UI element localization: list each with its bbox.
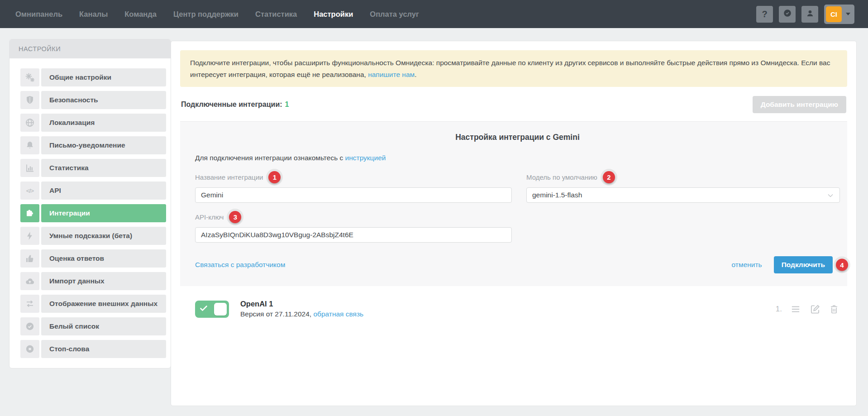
integration-order-number: 1. (776, 305, 782, 314)
step-badge-4: 4 (836, 259, 848, 271)
sidebar-item-label: Интеграции (41, 204, 166, 222)
sidebar-list: Общие настройки Безопасность Локализация… (10, 58, 171, 358)
sidebar-item-api[interactable]: </> API (20, 182, 166, 200)
feedback-link[interactable]: обратная связь (313, 310, 363, 318)
connected-integrations-count: 1 (285, 100, 289, 109)
sidebar-item-label: Отображение внешних данных (41, 295, 166, 313)
integration-name: OpenAI 1 (240, 300, 363, 308)
instruction-text: Для подключения интеграции ознакомьтесь … (195, 154, 345, 162)
sidebar-item-label: Белый список (41, 317, 166, 335)
main-menu: Омнипанель Каналы Команда Центр поддержк… (15, 10, 419, 19)
nav-team[interactable]: Команда (124, 10, 157, 19)
api-key-label: API-ключ (195, 213, 224, 221)
sidebar-item-integrations[interactable]: Интеграции (20, 204, 166, 222)
sidebar-item-label: Общие настройки (41, 68, 166, 86)
sidebar-item-notification-email[interactable]: Письмо-уведомление (20, 136, 166, 154)
puzzle-icon (20, 204, 39, 222)
transfer-arrows-icon (20, 295, 39, 313)
shield-icon (20, 91, 39, 109)
form-grid: Название интеграции 1 API-ключ 3 Модель … (195, 170, 840, 243)
sidebar-item-label: Умные подсказки (бета) (41, 227, 166, 245)
sidebar-item-label: Безопасность (41, 91, 166, 109)
step-badge-3: 3 (229, 211, 241, 223)
sidebar-item-label: Статистика (41, 159, 166, 177)
sidebar-item-security[interactable]: Безопасность (20, 91, 166, 109)
code-icon: </> (20, 182, 39, 200)
nav-statistics[interactable]: Статистика (255, 10, 297, 19)
sidebar-item-label: Оценка ответов (41, 249, 166, 268)
sidebar-item-smart-suggestions[interactable]: Умные подсказки (бета) (20, 227, 166, 245)
menu-icon[interactable] (790, 303, 801, 315)
cancel-link[interactable]: отменить (732, 261, 762, 269)
form-title: Настройка интеграции с Gemini (195, 133, 840, 142)
edit-icon[interactable] (809, 303, 821, 315)
sidebar-item-stopwords[interactable]: Стоп-слова (20, 340, 166, 358)
integrations-page: Подключите интеграции, чтобы расширить ф… (171, 41, 857, 406)
integration-list-row: OpenAI 1 Версия от 27.11.2024, обратная … (180, 300, 847, 318)
instruction-link[interactable]: инструкцией (345, 154, 386, 162)
nav-support-center[interactable]: Центр поддержки (173, 10, 238, 19)
sidebar-item-general-settings[interactable]: Общие настройки (20, 68, 166, 86)
chevron-down-icon (846, 13, 850, 15)
bar-chart-icon (20, 159, 39, 177)
sidebar-item-label: Стоп-слова (41, 340, 166, 358)
help-icon: ? (762, 9, 767, 19)
bell-icon (20, 136, 39, 154)
integration-row-actions: 1. (776, 303, 839, 315)
cloud-upload-icon (20, 272, 39, 290)
sidebar-item-label: Импорт данных (41, 272, 166, 290)
toggle-knob (214, 303, 227, 316)
trash-icon[interactable] (829, 304, 839, 315)
thumb-up-icon (20, 249, 39, 268)
nav-omnipanel[interactable]: Омнипанель (15, 10, 62, 19)
globe-icon (20, 114, 39, 132)
profile-button[interactable] (801, 6, 818, 23)
sidebar-item-answer-rating[interactable]: Оценка ответов (20, 249, 166, 268)
form-actions: Связаться с разработчиком отменить Подкл… (195, 256, 840, 273)
sidebar-item-data-import[interactable]: Импорт данных (20, 272, 166, 290)
nav-channels[interactable]: Каналы (79, 10, 108, 19)
gears-icon (20, 68, 39, 86)
avatar: CI (826, 6, 842, 22)
contact-developer-link[interactable]: Связаться с разработчиком (195, 261, 285, 269)
navbar-actions: ? CI (756, 5, 854, 24)
write-us-link[interactable]: напишите нам (368, 71, 415, 78)
check-badge-icon (20, 317, 39, 335)
connect-button[interactable]: Подключить (774, 256, 833, 273)
connected-integrations-label: Подключенные интеграции: (181, 100, 282, 109)
api-key-input[interactable] (195, 227, 512, 243)
integration-form-panel: Настройка интеграции с Gemini Для подклю… (180, 121, 847, 286)
nav-billing[interactable]: Оплата услуг (370, 10, 419, 19)
chevron-down-icon (828, 191, 833, 199)
sidebar-item-whitelist[interactable]: Белый список (20, 317, 166, 335)
step-badge-1: 1 (268, 171, 281, 183)
default-model-value: gemini-1.5-flash (532, 191, 582, 199)
sidebar-item-statistics[interactable]: Статистика (20, 159, 166, 177)
step-badge-2: 2 (603, 171, 615, 183)
verified-button[interactable] (779, 6, 796, 23)
instruction-line: Для подключения интеграции ознакомьтесь … (195, 154, 840, 162)
default-model-label: Модель по умолчанию (526, 173, 597, 181)
check-icon (198, 303, 209, 316)
add-integration-button[interactable]: Добавить интеграцию (753, 96, 846, 113)
stop-icon (20, 340, 39, 358)
sidebar-item-label: API (41, 182, 166, 200)
top-navbar: Омнипанель Каналы Команда Центр поддержк… (0, 0, 868, 28)
sidebar-item-label: Локализация (41, 114, 166, 132)
sidebar-item-label: Письмо-уведомление (41, 136, 166, 154)
lightning-icon (20, 227, 39, 245)
settings-sidebar: НАСТРОЙКИ Общие настройки Безопа (9, 39, 171, 368)
integration-enabled-toggle[interactable] (195, 301, 229, 318)
sidebar-item-localization[interactable]: Локализация (20, 114, 166, 132)
integration-name-label: Название интеграции (195, 173, 263, 181)
sidebar-header: НАСТРОЙКИ (10, 39, 171, 58)
nav-settings[interactable]: Настройки (314, 10, 353, 19)
account-menu-button[interactable]: CI (824, 5, 854, 24)
user-icon (805, 8, 815, 20)
connected-integrations-row: Подключенные интеграции: 1 Добавить инте… (181, 96, 846, 113)
integration-name-input[interactable] (195, 187, 512, 203)
default-model-select[interactable]: gemini-1.5-flash (526, 187, 840, 203)
notice-text: Подключите интеграции, чтобы расширить ф… (190, 59, 830, 78)
help-button[interactable]: ? (756, 6, 773, 23)
sidebar-item-external-data[interactable]: Отображение внешних данных (20, 295, 166, 313)
